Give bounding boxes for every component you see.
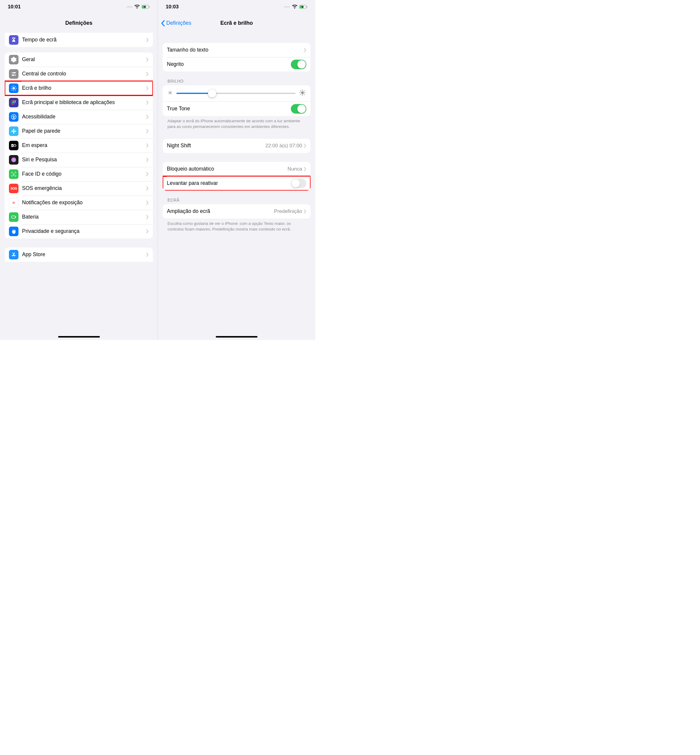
brightness-slider-row xyxy=(163,85,311,101)
svg-rect-41 xyxy=(12,216,15,218)
row-label: Geral xyxy=(22,56,146,63)
chevron-right-icon xyxy=(146,172,149,176)
sliders-icon xyxy=(9,69,19,79)
row-label: Ecrã principal e biblioteca de aplicaçõe… xyxy=(22,99,146,106)
svg-point-28 xyxy=(13,132,14,133)
row-bold-text[interactable]: Negrito xyxy=(163,57,311,72)
row-siri[interactable]: Siri e Pesquisa xyxy=(5,153,153,167)
row-auto-lock[interactable]: Bloqueio automático Nunca xyxy=(163,162,311,176)
row-standby[interactable]: 9 Em espera xyxy=(5,138,153,153)
svg-line-13 xyxy=(15,90,16,90)
phone-left: 10:01 •••• Definições Tempo de ecrã xyxy=(0,0,158,340)
row-privacy[interactable]: Privacidade e segurança xyxy=(5,224,153,238)
row-label: Bloqueio automático xyxy=(167,166,288,172)
row-label: Face ID e código xyxy=(22,171,146,177)
row-label: Tamanho do texto xyxy=(167,47,304,53)
sun-icon xyxy=(9,83,19,93)
row-faceid[interactable]: Face ID e código xyxy=(5,167,153,181)
chevron-right-icon xyxy=(146,158,149,162)
faceid-icon xyxy=(9,169,19,179)
chevron-right-icon xyxy=(304,209,306,213)
nav-back-button[interactable]: Definições xyxy=(161,20,191,27)
svg-point-58 xyxy=(301,92,304,94)
status-time: 10:01 xyxy=(8,4,20,10)
row-label: Notificações de exposição xyxy=(22,199,146,206)
app-grid-icon xyxy=(9,98,19,107)
row-text-size[interactable]: Tamanho do texto xyxy=(163,43,311,57)
settings-list[interactable]: Tempo de ecrã Geral Central de controlo xyxy=(0,33,158,340)
svg-point-4 xyxy=(12,72,13,74)
hand-icon xyxy=(9,227,19,236)
svg-point-30 xyxy=(14,131,16,132)
accessibility-icon xyxy=(9,112,19,122)
row-label: Levantar para reativar xyxy=(167,180,291,186)
svg-rect-18 xyxy=(15,100,16,102)
brightness-slider[interactable] xyxy=(177,93,295,94)
svg-rect-21 xyxy=(15,102,16,103)
display-zoom-footer: Escolha como gostaria de ver o iPhone: c… xyxy=(167,221,306,232)
svg-text:9: 9 xyxy=(12,145,13,147)
row-display[interactable]: Ecrã e brilho xyxy=(5,81,153,96)
row-true-tone[interactable]: True Tone xyxy=(163,101,311,116)
siri-icon xyxy=(9,155,19,164)
status-right: •••• xyxy=(127,5,150,9)
svg-rect-16 xyxy=(12,100,13,102)
row-battery[interactable]: Bateria xyxy=(5,210,153,224)
home-indicator[interactable] xyxy=(216,336,258,338)
svg-line-15 xyxy=(12,90,12,90)
row-raise-to-wake[interactable]: Levantar para reativar xyxy=(163,176,311,191)
chevron-right-icon xyxy=(304,48,306,52)
bold-text-toggle[interactable] xyxy=(291,60,306,69)
row-control-center[interactable]: Central de controlo xyxy=(5,67,153,81)
true-tone-toggle[interactable] xyxy=(291,104,306,114)
row-label: Acessibilidade xyxy=(22,114,146,120)
sun-small-icon xyxy=(167,90,173,97)
row-accessibility[interactable]: Acessibilidade xyxy=(5,110,153,124)
home-indicator[interactable] xyxy=(58,336,100,338)
status-bar: 10:01 •••• xyxy=(0,0,158,14)
battery-charging-icon xyxy=(142,5,150,9)
svg-rect-22 xyxy=(12,103,13,105)
sos-icon: SOS xyxy=(9,184,19,193)
row-screen-time[interactable]: Tempo de ecrã xyxy=(5,33,153,47)
nav-back-label: Definições xyxy=(166,20,191,26)
row-exposure[interactable]: Notificações de exposição xyxy=(5,196,153,210)
status-time: 10:03 xyxy=(166,4,178,10)
row-label: Privacidade e segurança xyxy=(22,228,146,235)
wifi-icon xyxy=(134,5,140,9)
row-label: Ampliação do ecrã xyxy=(167,208,274,215)
svg-line-14 xyxy=(15,86,16,87)
row-label: Negrito xyxy=(167,61,291,68)
row-sos[interactable]: SOS SOS emergência xyxy=(5,181,153,196)
chevron-right-icon xyxy=(146,86,149,90)
chevron-right-icon xyxy=(146,115,149,119)
svg-rect-3 xyxy=(12,72,16,74)
row-appstore[interactable]: App Store xyxy=(5,247,153,262)
svg-line-63 xyxy=(300,91,301,91)
svg-rect-5 xyxy=(12,75,16,76)
display-settings[interactable]: Tamanho do texto Negrito BRILHO xyxy=(158,33,315,340)
section-header-brightness: BRILHO xyxy=(167,79,306,83)
row-display-zoom[interactable]: Ampliação do ecrã Predefinição xyxy=(163,204,311,219)
chevron-right-icon xyxy=(146,58,149,62)
chevron-right-icon xyxy=(146,200,149,205)
section-night-shift: Night Shift 22:00 à(s) 07:00 xyxy=(163,139,311,153)
battery-charging-icon xyxy=(299,5,308,9)
chevron-right-icon xyxy=(146,252,149,257)
virus-icon xyxy=(9,198,19,208)
row-general[interactable]: Geral xyxy=(5,52,153,67)
row-label: True Tone xyxy=(167,106,291,112)
svg-rect-20 xyxy=(13,102,14,103)
row-label: SOS emergência xyxy=(22,185,146,192)
row-label: Bateria xyxy=(22,214,146,220)
chevron-right-icon xyxy=(146,129,149,133)
svg-rect-42 xyxy=(16,216,16,218)
svg-rect-48 xyxy=(307,6,307,8)
row-wallpaper[interactable]: Papel de parede xyxy=(5,124,153,138)
svg-point-25 xyxy=(13,115,14,116)
row-night-shift[interactable]: Night Shift 22:00 à(s) 07:00 xyxy=(163,139,311,153)
raise-to-wake-toggle[interactable] xyxy=(291,179,306,188)
svg-line-64 xyxy=(304,94,305,95)
row-home-screen[interactable]: Ecrã principal e biblioteca de aplicaçõe… xyxy=(5,96,153,110)
nav-title: Ecrã e brilho xyxy=(220,20,253,26)
